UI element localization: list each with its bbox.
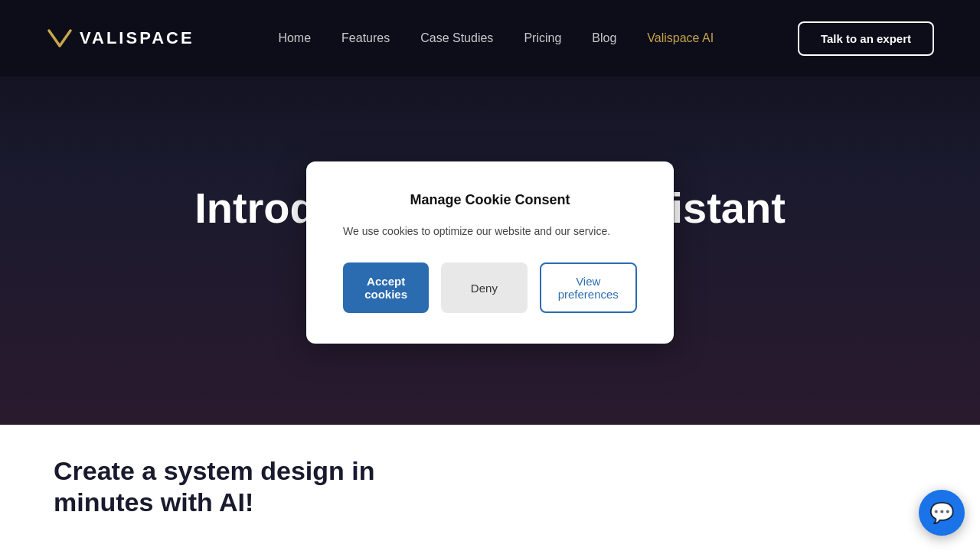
nav-item-blog[interactable]: Blog xyxy=(592,31,616,45)
cookie-modal: Manage Cookie Consent We use cookies to … xyxy=(306,161,674,344)
nav-item-case-studies[interactable]: Case Studies xyxy=(420,31,493,45)
cookie-modal-description: We use cookies to optimize our website a… xyxy=(343,223,637,240)
cookie-buttons: Accept cookies Deny View preferences xyxy=(343,262,637,313)
nav-item-pricing[interactable]: Pricing xyxy=(524,31,561,45)
logo[interactable]: VALISPACE xyxy=(46,24,194,52)
talk-to-expert-button[interactable]: Talk to an expert xyxy=(798,21,934,56)
chat-icon: 💬 xyxy=(929,501,954,525)
nav-item-features[interactable]: Features xyxy=(341,31,390,45)
view-preferences-button[interactable]: View preferences xyxy=(540,262,638,313)
bottom-section: Create a system design in minutes with A… xyxy=(0,425,980,551)
chat-bubble-button[interactable]: 💬 xyxy=(919,490,965,536)
accept-cookies-button[interactable]: Accept cookies xyxy=(343,262,429,313)
nav-links: Home Features Case Studies Pricing Blog … xyxy=(278,31,714,45)
deny-cookies-button[interactable]: Deny xyxy=(441,262,527,313)
nav-item-valispace-ai[interactable]: Valispace AI xyxy=(647,31,714,45)
logo-text: VALISPACE xyxy=(80,28,194,48)
bottom-heading: Create a system design in minutes with A… xyxy=(54,455,421,518)
cookie-modal-title: Manage Cookie Consent xyxy=(343,192,637,208)
logo-icon xyxy=(46,24,74,52)
navbar: VALISPACE Home Features Case Studies Pri… xyxy=(0,0,980,77)
nav-item-home[interactable]: Home xyxy=(278,31,311,45)
